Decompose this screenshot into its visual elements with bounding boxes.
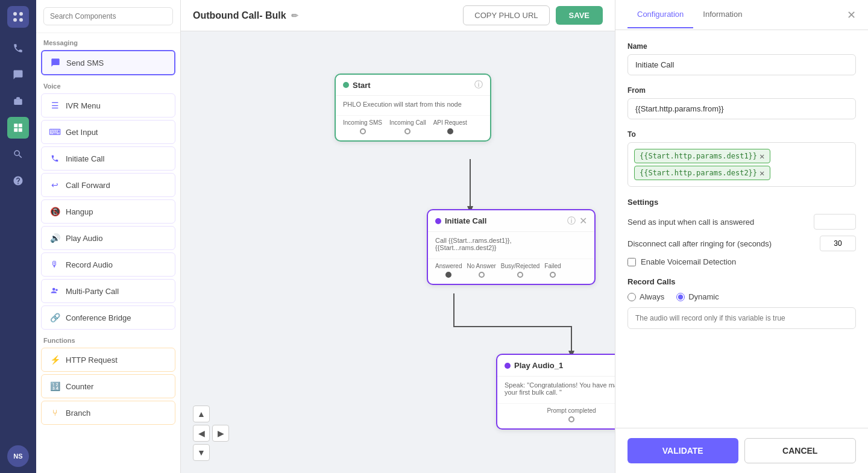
nav-sip-icon[interactable] (7, 90, 29, 112)
voicemail-row: Enable Voicemail Detection (627, 257, 856, 266)
sidebar-item-call-forward[interactable]: ↩ Call Forward (41, 173, 175, 197)
start-info-icon[interactable]: ⓘ (474, 80, 483, 90)
svg-point-1 (19, 12, 23, 16)
sidebar-item-get-input[interactable]: ⌨ Get Input (41, 120, 175, 144)
search-input[interactable] (43, 7, 173, 25)
nav-chat-icon[interactable] (7, 64, 29, 86)
svg-point-6 (55, 289, 58, 292)
canvas[interactable]: Start ⓘ PHLO Execution will start from t… (181, 31, 615, 473)
panel-tabs: Configuration Information (627, 1, 752, 28)
copy-phlo-url-button[interactable]: COPY PHLO URL (463, 5, 549, 25)
validate-button[interactable]: VALIDATE (627, 438, 738, 463)
start-node[interactable]: Start ⓘ PHLO Execution will start from t… (335, 74, 491, 142)
page-title: Outbound Call- Bulk (193, 10, 286, 21)
record-always-option[interactable]: Always (627, 292, 664, 301)
disconnect-label: Disconnect call after ringing for (secon… (627, 239, 772, 248)
initiate-close-icon[interactable]: ✕ (579, 215, 587, 227)
sidebar-item-hangup[interactable]: 📵 Hangup (41, 199, 175, 224)
busy-rejected-dot (517, 272, 523, 278)
voice-section-label: Voice (36, 77, 180, 92)
port-api-request: API Request (433, 119, 467, 134)
sidebar-item-conference-bridge[interactable]: 🔗 Conference Bridge (41, 305, 175, 330)
save-button[interactable]: SAVE (556, 6, 603, 25)
play-audio-node-title: Play Audio_1 (505, 361, 563, 370)
record-audio-label: Record Audio (66, 260, 113, 269)
pan-left-button[interactable]: ◀ (193, 425, 210, 442)
initiate-node-ports: Answered No Answer Busy/Rejected Failed (428, 258, 594, 284)
http-request-icon: ⚡ (49, 354, 61, 366)
nav-ns-icon[interactable]: NS (7, 445, 29, 467)
to-label: To (627, 130, 856, 139)
svg-point-0 (13, 12, 17, 16)
start-node-body: PHLO Execution will start from this node (336, 96, 490, 113)
zoom-down-button[interactable]: ▼ (193, 444, 210, 461)
record-dynamic-radio[interactable] (676, 293, 685, 301)
sidebar-item-initiate-call[interactable]: Initiate Call (41, 146, 175, 171)
voicemail-checkbox[interactable] (627, 258, 636, 266)
play-audio-node[interactable]: Play Audio_1 ⓘ ✕ Speak: "Congratulations… (496, 354, 615, 430)
port-no-answer: No Answer (467, 263, 495, 278)
record-dynamic-option[interactable]: Dynamic (676, 292, 719, 301)
sidebar-item-ivr-menu[interactable]: ☰ IVR Menu (41, 93, 175, 117)
sidebar-item-branch[interactable]: ⑂ Branch (41, 401, 175, 425)
play-audio-node-body: Speak: "Congratulations! You have made y… (497, 377, 615, 401)
from-input[interactable] (627, 98, 856, 119)
sidebar-item-record-audio[interactable]: 🎙 Record Audio (41, 252, 175, 277)
initiate-node-title: Initiate Call (435, 216, 486, 225)
send-as-input-value[interactable] (814, 214, 856, 230)
disconnect-value-input[interactable] (820, 236, 856, 251)
initiate-call-node[interactable]: Initiate Call ⓘ ✕ Call {{Start...rams.de… (427, 209, 596, 285)
to-tag-1-remove[interactable]: ✕ (760, 151, 764, 161)
incoming-sms-dot (360, 128, 366, 134)
edit-title-icon[interactable]: ✏ (291, 11, 298, 20)
sidebar-item-multi-party[interactable]: Multi-Party Call (41, 279, 175, 303)
record-audio-icon: 🎙 (49, 258, 61, 271)
sidebar-item-send-sms[interactable]: Send SMS (41, 50, 175, 75)
nav-dashboard-icon[interactable] (7, 117, 29, 139)
initiate-node-header: Initiate Call ⓘ ✕ (428, 210, 594, 232)
zoom-up-button[interactable]: ▲ (193, 406, 210, 422)
from-label: From (627, 86, 856, 95)
name-input[interactable] (627, 54, 856, 75)
svg-point-3 (19, 18, 23, 22)
right-panel: Configuration Information ✕ Name From To… (615, 0, 868, 473)
http-request-label: HTTP Request (66, 356, 118, 365)
branch-label: Branch (66, 409, 90, 418)
to-tags-container[interactable]: {{Start.http.params.dest1}} ✕ {{Start.ht… (627, 142, 856, 187)
port-incoming-call: Incoming Call (389, 119, 426, 134)
sidebar-item-play-audio[interactable]: 🔊 Play Audio (41, 226, 175, 250)
port-failed: Failed (544, 263, 561, 278)
to-tag-1[interactable]: {{Start.http.params.dest1}} ✕ (634, 149, 770, 163)
get-input-label: Get Input (66, 128, 98, 137)
ivr-menu-label: IVR Menu (66, 101, 101, 110)
cancel-button[interactable]: CANCEL (744, 438, 857, 463)
start-status-dot (343, 82, 349, 88)
tab-configuration[interactable]: Configuration (627, 1, 693, 28)
call-forward-label: Call Forward (66, 181, 110, 190)
record-condition-input[interactable] (627, 307, 856, 329)
tab-information[interactable]: Information (693, 1, 752, 28)
svg-point-2 (13, 18, 17, 22)
answered-dot (445, 272, 451, 278)
initiate-info-icon[interactable]: ⓘ (567, 216, 576, 227)
play-audio-node-header: Play Audio_1 ⓘ ✕ (497, 355, 615, 377)
to-tag-2-remove[interactable]: ✕ (760, 168, 764, 178)
record-always-radio[interactable] (627, 293, 636, 301)
nav-question-icon[interactable] (7, 170, 29, 192)
play-audio-label: Play Audio (66, 234, 102, 243)
multi-party-icon (49, 285, 61, 297)
nav-search-icon[interactable] (7, 143, 29, 165)
to-tag-2[interactable]: {{Start.http.params.dest2}} ✕ (634, 166, 770, 180)
top-actions: COPY PHLO URL SAVE (463, 5, 603, 25)
nav-phone-icon[interactable] (7, 37, 29, 59)
pan-right-button[interactable]: ▶ (212, 425, 229, 442)
nav-bar: NS (0, 0, 36, 473)
play-audio-node-ports: Prompt completed (497, 403, 615, 428)
svg-point-5 (52, 288, 55, 291)
sidebar-item-http-request[interactable]: ⚡ HTTP Request (41, 348, 175, 372)
from-field-group: From (627, 86, 856, 119)
get-input-icon: ⌨ (49, 126, 61, 138)
sidebar-item-counter[interactable]: 🔢 Counter (41, 374, 175, 398)
panel-close-button[interactable]: ✕ (847, 8, 856, 22)
port-busy-rejected: Busy/Rejected (501, 263, 539, 278)
